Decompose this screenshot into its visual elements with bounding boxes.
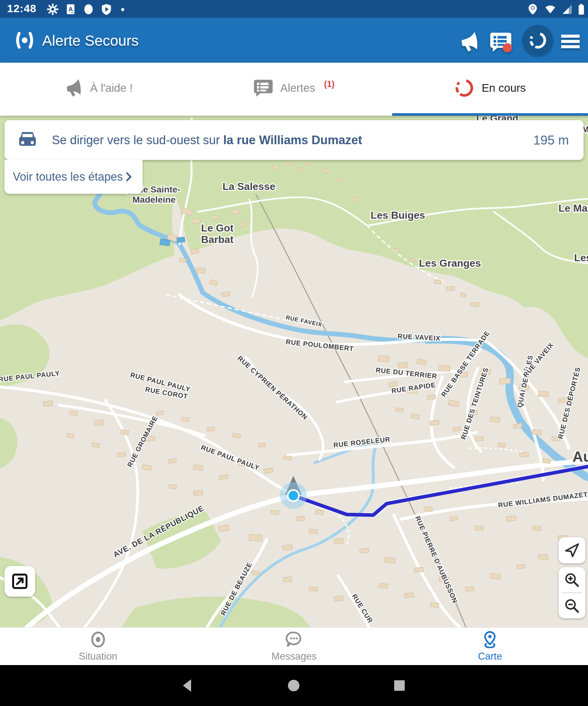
- auto-translate-icon: A: [65, 3, 77, 15]
- nav-item-carte[interactable]: Carte: [392, 628, 588, 665]
- map-building: [434, 280, 441, 284]
- map-building: [384, 557, 395, 563]
- wifi-icon: [544, 3, 557, 15]
- map-street-label: RUE CUR: [350, 592, 374, 624]
- map-building: [193, 219, 201, 224]
- map-building: [142, 465, 152, 470]
- loader-spinner-icon: [528, 30, 548, 50]
- current-location-marker: [280, 476, 307, 509]
- map-building: [414, 567, 423, 573]
- map-building: [94, 420, 104, 426]
- navigation-arrow-icon: [564, 542, 580, 559]
- fullscreen-map-button[interactable]: [4, 566, 35, 597]
- android-back-button[interactable]: [180, 678, 195, 693]
- map-building: [498, 442, 506, 448]
- tab-alertes[interactable]: Alertes(1): [196, 63, 392, 116]
- map-building: [404, 593, 414, 598]
- map-building: [283, 544, 293, 550]
- chevron-right-icon: [123, 171, 134, 182]
- tab-bar: À l'aide ! Alertes(1) En cours: [0, 63, 588, 116]
- android-home-button[interactable]: [286, 678, 301, 693]
- tab-label: À l'aide !: [90, 82, 133, 94]
- zoom-in-icon: [564, 572, 580, 588]
- location-pin-icon: [527, 3, 539, 15]
- messages-bubble-icon: [285, 631, 303, 648]
- status-bar: 12:48 A: [0, 0, 588, 18]
- map-building: [427, 395, 435, 399]
- map-building: [117, 452, 126, 457]
- zoom-in-button[interactable]: [558, 567, 585, 592]
- recenter-button[interactable]: [558, 537, 585, 563]
- nav-label: Situation: [79, 651, 117, 662]
- map-building: [460, 292, 467, 297]
- map-building: [196, 268, 206, 273]
- tab-en-cours[interactable]: En cours: [392, 63, 588, 116]
- map-building: [177, 237, 185, 243]
- map-building: [156, 411, 163, 415]
- map-street-label: RUE POULOMBERT: [285, 338, 354, 352]
- distance-value: 195 m: [533, 133, 569, 147]
- map-building: [221, 291, 230, 297]
- map-building: [207, 427, 215, 431]
- megaphone-icon: [63, 78, 83, 98]
- map-building: [249, 534, 262, 542]
- all-steps-button[interactable]: Voir toutes les étapes: [4, 160, 142, 194]
- map-building: [538, 554, 548, 560]
- notification-dot-icon: [82, 3, 95, 15]
- map-place-label: La Salesse: [222, 181, 275, 192]
- alerte-secours-logo-icon: [11, 30, 38, 50]
- map-street-label: RUE CYPRIEN PÉRATHON: [236, 354, 309, 421]
- nav-label: Messages: [271, 651, 317, 662]
- map-building: [532, 429, 542, 435]
- map-building: [285, 163, 291, 166]
- map-building: [448, 400, 460, 407]
- map-building: [160, 239, 170, 246]
- map-building: [309, 586, 317, 592]
- map-street-label: RUE PIERRE D'AUBUSSON: [414, 515, 459, 604]
- map-building: [519, 452, 529, 457]
- map-building: [430, 602, 439, 607]
- alerts-list-icon: [253, 78, 273, 98]
- map-building: [490, 417, 500, 422]
- map-building: [379, 583, 388, 588]
- unread-badge-dot: [503, 43, 512, 52]
- map-building: [378, 356, 389, 362]
- map-building: [316, 510, 324, 515]
- car-icon: [17, 130, 38, 150]
- map-building: [360, 548, 369, 553]
- megaphone-icon[interactable]: [458, 31, 480, 53]
- hamburger-menu-icon[interactable]: [560, 31, 581, 52]
- map-building: [168, 484, 177, 489]
- map-building: [417, 359, 427, 365]
- map-building: [212, 215, 218, 220]
- overflow-dot-icon: [121, 8, 125, 11]
- clock: 12:48: [7, 2, 36, 15]
- zoom-out-button[interactable]: [558, 593, 585, 618]
- map-building: [306, 163, 311, 166]
- ongoing-loader-button[interactable]: [522, 25, 553, 55]
- bottom-navigation: Situation Messages Carte: [0, 627, 588, 665]
- nav-label: Carte: [478, 651, 502, 662]
- map-building: [438, 365, 450, 371]
- messages-icon[interactable]: [490, 31, 512, 53]
- map-building: [252, 571, 260, 575]
- nav-item-messages[interactable]: Messages: [196, 628, 392, 665]
- app-title: Alerte Secours: [42, 32, 139, 49]
- map-building: [470, 302, 479, 307]
- cell-signal-icon: [561, 3, 573, 15]
- android-recents-button[interactable]: [392, 678, 407, 693]
- route-instruction-card[interactable]: Se diriger vers le sud-ouest sur la rue …: [4, 120, 584, 160]
- map-street-label: RUE GROMAIRE: [126, 415, 159, 468]
- map-building: [394, 249, 399, 252]
- map-building: [516, 564, 525, 569]
- nav-item-situation[interactable]: Situation: [0, 628, 196, 665]
- map-building: [396, 408, 403, 412]
- map-building: [69, 410, 78, 416]
- map-building: [218, 525, 229, 532]
- tab-a-laide[interactable]: À l'aide !: [0, 63, 196, 116]
- instruction-street: la rue Williams Dumazet: [223, 133, 362, 147]
- map-building: [219, 474, 228, 480]
- map-building: [121, 430, 129, 435]
- map-building: [430, 420, 439, 426]
- map-building: [179, 258, 186, 263]
